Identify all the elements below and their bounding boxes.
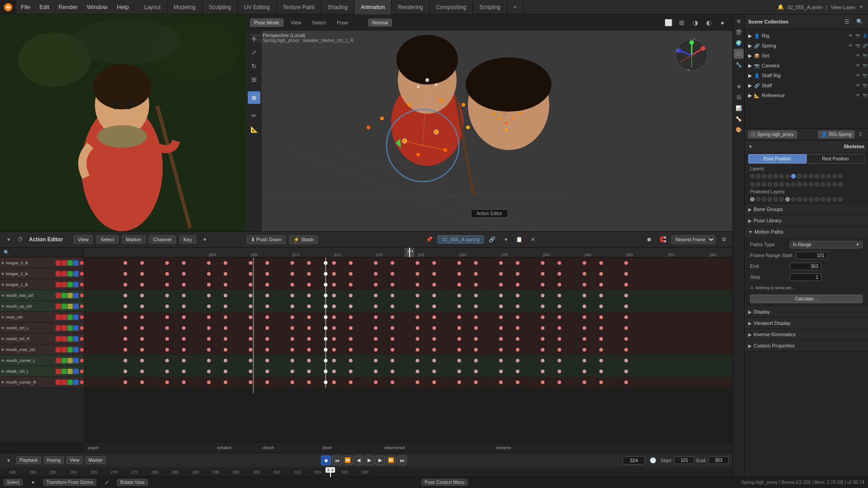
annotate-tool[interactable]: ✏: [248, 109, 260, 122]
ae-action-menu-icon[interactable]: ▾: [501, 235, 511, 244]
track-icon-22[interactable]: [61, 314, 67, 320]
keyframe-dot-row0-f332[interactable]: [391, 261, 394, 265]
ae-delete-icon[interactable]: ✕: [528, 235, 538, 244]
keyframe-dot-row5-f312[interactable]: [224, 315, 227, 319]
keyframe-dot-row9-f342[interactable]: [474, 359, 478, 362]
rig-render-icon[interactable]: 📷: [854, 33, 861, 39]
keyframe-dot-row4-f360[interactable]: [624, 305, 628, 308]
keyframe-dot-row8-f310[interactable]: [207, 348, 211, 352]
keyframe-dot-row0-f340[interactable]: [458, 261, 461, 265]
keyframe-dot-row3-f327[interactable]: [349, 294, 353, 297]
outliner-item-rig[interactable]: ▶ 👤 Rig 👁 📷 👤: [745, 31, 868, 41]
track-icon-14[interactable]: [61, 293, 67, 298]
keyframe-dot-row0-f357[interactable]: [599, 261, 603, 265]
track-icon-20[interactable]: [73, 304, 79, 309]
keyframe-dot-row7-f340[interactable]: [458, 337, 461, 341]
outliner-expand-staff[interactable]: ▶: [748, 83, 752, 89]
set-visibility-icon[interactable]: 👁: [854, 52, 861, 59]
keyframe-dot-row1-f305[interactable]: [165, 272, 169, 276]
menu-edit[interactable]: Edit: [35, 0, 54, 14]
track-icon-10[interactable]: [61, 282, 67, 287]
ae-settings-icon[interactable]: ⚙: [719, 235, 729, 244]
keyframe-dot-row3-f315[interactable]: [249, 294, 252, 297]
nearest-frame-select[interactable]: Nearest Frame: [671, 235, 715, 244]
staffrig-visibility-icon[interactable]: 👁: [854, 72, 861, 79]
keyframe-dot-row4-f315[interactable]: [249, 305, 252, 308]
ae-expand-icon[interactable]: ▾: [4, 235, 14, 244]
keyframe-dot-row10-f350[interactable]: [541, 370, 544, 373]
track-icon-8[interactable]: [73, 271, 79, 277]
tab-animation[interactable]: Animation: [354, 0, 392, 14]
keyframe-dot-row3-f302[interactable]: [140, 294, 144, 297]
track-icon-29[interactable]: [56, 336, 61, 342]
layer-dot-24[interactable]: [791, 182, 796, 187]
track-icon-38[interactable]: [61, 358, 67, 363]
keyframe-dot-row9-f322[interactable]: [307, 359, 311, 362]
viewport-icon-btn-4[interactable]: ◐: [703, 16, 715, 29]
track-icon-26[interactable]: [61, 325, 67, 331]
track-icon-36[interactable]: [73, 347, 79, 352]
keyframe-dot-row11-f327[interactable]: [349, 380, 353, 384]
prot-layer-12[interactable]: [815, 197, 819, 202]
keyframe-dot-row0-f305[interactable]: [165, 261, 169, 265]
keyframe-dot-row1-f320[interactable]: [291, 272, 294, 276]
track-icon-19[interactable]: [67, 304, 73, 309]
rig-visibility-icon[interactable]: 👁: [847, 33, 854, 39]
frame-range-end-input[interactable]: 363: [790, 263, 821, 270]
keyframe-dot-row11-f330[interactable]: [374, 380, 377, 384]
keyframe-dot-row5-f300[interactable]: [123, 315, 127, 319]
keyframe-dot-row9-f357[interactable]: [599, 359, 603, 362]
keyframe-dot-row8-f325[interactable]: [332, 348, 336, 352]
keyframe-dot-row8-f357[interactable]: [599, 348, 603, 352]
keyframe-dot-row5-f350[interactable]: [541, 315, 544, 319]
move-tool[interactable]: ⤢: [248, 46, 260, 59]
keyframe-dot-row11-f335[interactable]: [415, 380, 419, 384]
keyframe-dot-row4-f325[interactable]: [332, 305, 336, 308]
pose-menu-button[interactable]: Pose: [333, 19, 352, 26]
ae-pin-icon[interactable]: 📌: [424, 235, 434, 244]
keyframe-dot-row7-f325[interactable]: [332, 337, 336, 341]
keyframe-dot-row0-f345[interactable]: [499, 261, 503, 265]
keyframe-dot-row8-f327[interactable]: [349, 348, 353, 352]
status-transform-btn[interactable]: Transform From Gizmo: [43, 479, 96, 486]
prot-layer-2[interactable]: [756, 197, 760, 202]
keyframe-dot-row4-f335[interactable]: [415, 305, 419, 308]
keyframe-dot-row5-f342[interactable]: [474, 315, 478, 319]
layer-dot-31[interactable]: [832, 182, 837, 187]
keyframe-dot-row8-f347[interactable]: [516, 348, 519, 352]
keyframe-dot-row7-f352[interactable]: [557, 337, 561, 341]
keyframe-dot-row2-f360[interactable]: [624, 283, 628, 286]
pb-marker-btn[interactable]: Marker: [85, 456, 106, 464]
jump-start-btn[interactable]: ⏮: [332, 455, 342, 465]
keyframe-dot-row11-f302[interactable]: [140, 380, 144, 384]
keyframe-dot-row1-f315[interactable]: [249, 272, 252, 276]
track-icon-39[interactable]: [67, 358, 73, 363]
reference-render-icon[interactable]: 📷: [862, 92, 868, 99]
keyframe-dot-row1-f300[interactable]: [123, 272, 127, 276]
tab-layout[interactable]: Layout: [138, 0, 167, 14]
keyframe-dot-row10-f335[interactable]: [415, 370, 419, 373]
keyframe-dot-row5-f327[interactable]: [349, 315, 353, 319]
ae-unlink-icon[interactable]: 🔗: [487, 235, 497, 244]
keyframe-dot-row5-f332[interactable]: [391, 315, 394, 319]
keyframe-dot-row6-f350[interactable]: [541, 326, 544, 330]
current-frame-input[interactable]: 324: [623, 456, 645, 465]
keyframe-dot-row5-f322[interactable]: [307, 315, 311, 319]
keyframe-dot-row2-f340[interactable]: [458, 283, 461, 286]
track-icon-15[interactable]: [67, 293, 73, 298]
keyframe-dot-row10-f330[interactable]: [374, 370, 377, 373]
keyframe-dot-row9-f347[interactable]: [516, 359, 519, 362]
keyframe-dot-row3-f357[interactable]: [599, 294, 603, 297]
keyframe-dot-row3-f300[interactable]: [123, 294, 127, 297]
spring-render-icon[interactable]: 📷: [854, 42, 861, 49]
keyframe-dot-row10-f340[interactable]: [458, 370, 461, 373]
prot-layer-6[interactable]: [779, 197, 784, 202]
keyframe-dot-row1-f312[interactable]: [224, 272, 227, 276]
keyframe-dot-row4-f337[interactable]: [432, 305, 436, 308]
skeleton-header[interactable]: ▼ Skeleton: [745, 141, 868, 152]
rest-position-btn[interactable]: Rest Position: [807, 154, 865, 164]
keyframe-dot-row3-f312[interactable]: [224, 294, 227, 297]
keyframe-dot-row3-f320[interactable]: [291, 294, 294, 297]
tab-rendering[interactable]: Rendering: [392, 0, 429, 14]
layer-dot-21[interactable]: [774, 182, 778, 187]
